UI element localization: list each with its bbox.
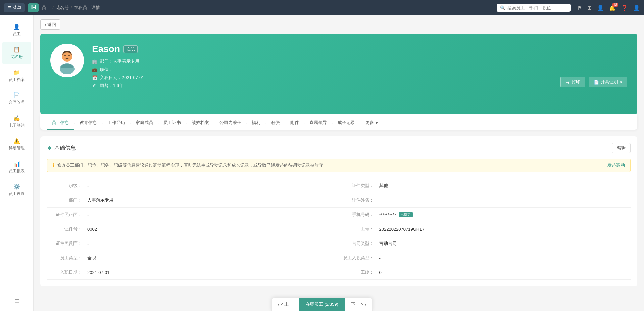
search-icon: 🔍	[500, 5, 505, 10]
field-employee-type: 员工类型： 全职	[47, 251, 339, 265]
phone-value: **********	[379, 212, 396, 217]
tab-salary[interactable]: 薪资	[266, 116, 285, 130]
current-page: 在职员工 (2/359)	[299, 298, 345, 311]
print-icon: 🖨	[565, 80, 570, 85]
tab-work-history[interactable]: 工作经历	[103, 116, 130, 130]
edit-button[interactable]: 编辑	[612, 143, 631, 153]
sidebar: 👤 员工 📋 花名册 📁 员工档案 📄 合同管理 ✍️ 电子签约 ⚠️ 异动管理…	[0, 15, 34, 311]
tab-employee-info[interactable]: 员工信息	[47, 116, 74, 130]
next-icon: ›	[365, 302, 366, 307]
warning-content: ℹ 修改员工部门、职位、职务、职级等信息建议通过调动流程实现，否则无法生成异动记…	[53, 162, 323, 168]
field-onboard-type: 员工入职类型： -	[339, 251, 631, 265]
tab-navigation: 员工信息 · 教育信息 · 工作经历 · 家庭成员 · 员工证书 ·	[40, 114, 637, 130]
edit-label: 编辑	[617, 145, 626, 150]
tab-welfare[interactable]: 福利	[247, 116, 265, 130]
profile-department: 🏢 部门：人事演示专用	[92, 58, 627, 64]
avatar	[50, 44, 84, 77]
prev-button[interactable]: ‹ < 上一	[272, 298, 299, 311]
sidebar-item-settings[interactable]: ⚙️ 员工设置	[2, 179, 31, 201]
section-title: ❖ 基础信息	[47, 145, 76, 152]
warning-banner: ℹ 修改员工部门、职位、职务、职级等信息建议通过调动流程实现，否则无法生成异动记…	[47, 159, 631, 172]
cert-dropdown-icon: ▾	[620, 80, 622, 85]
cert-button[interactable]: 📄 开具证明 ▾	[589, 77, 627, 87]
search-box: 🔍	[497, 4, 571, 12]
tab-list: 员工信息 · 教育信息 · 工作经历 · 家庭成员 · 员工证书 ·	[47, 114, 631, 130]
field-contract-type: 合同类型： 劳动合同	[339, 236, 631, 251]
roster-icon: 📋	[13, 46, 20, 53]
menu-label: 菜单	[13, 5, 21, 11]
profile-tenure: ⏱ 司龄：1.6年	[92, 83, 627, 89]
report-icon: 📊	[13, 161, 20, 167]
back-button[interactable]: ‹ 返回	[40, 19, 60, 30]
tab-attachments[interactable]: 附件	[286, 116, 304, 130]
back-bar: ‹ 返回	[34, 15, 644, 34]
breadcrumb-sep-2: /	[71, 5, 72, 10]
sidebar-item-contract[interactable]: 📄 合同管理	[2, 88, 31, 109]
sidebar-item-anomaly[interactable]: ⚠️ 异动管理	[2, 134, 31, 155]
search-input[interactable]	[507, 5, 567, 10]
date-icon: 📅	[92, 75, 97, 80]
sidebar-label-report: 员工报表	[9, 168, 25, 174]
settings-icon: ⚙️	[13, 183, 20, 190]
sidebar-item-employee[interactable]: 👤 员工	[2, 19, 31, 41]
sidebar-item-report[interactable]: 📊 员工报表	[2, 157, 31, 178]
field-id-front: 证件照正面： -	[47, 208, 339, 222]
sidebar-label-contract: 合同管理	[9, 100, 25, 105]
bell-icon[interactable]: 🔔 18	[609, 5, 616, 11]
contract-icon: 📄	[13, 92, 20, 98]
breadcrumb-item-2[interactable]: 花名册	[56, 5, 69, 11]
field-phone: 手机号码： ********** 已绑定	[339, 208, 631, 222]
profile-header: Eason 在职 🏢 部门：人事演示专用 💼 职位：-- 📅 入职日期：2021…	[40, 34, 637, 114]
sidebar-label-anomaly: 异动管理	[9, 145, 25, 151]
tab-education[interactable]: 教育信息	[75, 116, 102, 130]
tab-certificates[interactable]: 员工证书	[159, 116, 186, 130]
field-department: 部门： 人事演示专用	[47, 193, 339, 208]
anomaly-icon: ⚠️	[13, 138, 20, 144]
print-button[interactable]: 🖨 打印	[560, 77, 585, 87]
field-work-age: 工龄： 0	[339, 265, 631, 280]
menu-icon: ☰	[7, 5, 11, 10]
verified-badge: 已绑定	[399, 212, 413, 217]
employee-icon: 👤	[13, 24, 20, 30]
profile-icon[interactable]: 👤	[633, 5, 640, 11]
svg-point-3	[64, 55, 66, 56]
menu-button[interactable]: ☰ 菜单	[4, 3, 25, 12]
form-right-column: 证件类型： 其他 证件姓名： - 手机号码： ********** 已绑定	[339, 179, 631, 280]
prev-icon: ‹	[278, 302, 279, 307]
form-left-column: 职级： - 部门： 人事演示专用 证件照正面： - 证件号：	[47, 179, 339, 280]
back-icon: ‹	[45, 22, 46, 27]
top-navigation: ☰ 菜单 iH 员工 / 花名册 / 在职员工详情 🔍 ⚑ ⊞ 👤 🔔 18 ❓…	[0, 0, 644, 15]
sidebar-item-roster[interactable]: 📋 花名册	[2, 42, 31, 64]
print-label: 打印	[572, 79, 580, 85]
help-icon[interactable]: ❓	[621, 5, 628, 11]
nav-icons: ⚑ ⊞ 👤 🔔 18 ❓ 👤	[577, 5, 640, 11]
field-hire-date: 入职日期： 2021-07-01	[47, 265, 339, 280]
tab-performance[interactable]: 绩效档案	[187, 116, 214, 130]
status-badge: 在职	[123, 45, 138, 53]
tab-growth[interactable]: 成长记录	[333, 116, 360, 130]
prev-label: < 上一	[281, 301, 293, 307]
sidebar-item-esign[interactable]: ✍️ 电子签约	[2, 111, 31, 132]
warning-message: 修改员工部门、职位、职务、职级等信息建议通过调动流程实现，否则无法生成异动记录和…	[57, 162, 323, 168]
flag-icon[interactable]: ⚑	[577, 5, 582, 11]
next-button[interactable]: 下一 > ›	[345, 298, 373, 311]
svg-point-4	[68, 55, 70, 56]
tab-supervisor[interactable]: 直属领导	[305, 116, 332, 130]
profile-hiredate: 📅 入职日期：2021-07-01	[92, 75, 627, 81]
pagination-bar: ‹ < 上一 在职员工 (2/359) 下一 > ›	[271, 298, 373, 311]
back-label: 返回	[47, 21, 56, 28]
tab-family[interactable]: 家庭成员	[131, 116, 158, 130]
collapse-icon[interactable]: ☰	[14, 298, 19, 304]
tab-more[interactable]: 更多 ▾	[361, 116, 383, 130]
tab-concurrent[interactable]: 公司内兼任	[215, 116, 246, 130]
initiate-transfer-link[interactable]: 发起调动	[607, 162, 625, 168]
notification-badge: 18	[612, 3, 618, 7]
basic-info-section: ❖ 基础信息 编辑 ℹ 修改员工部门、职位、职务、职级等信息建议通过调动流程实现…	[40, 136, 637, 286]
field-id-number: 证件号： 0002	[47, 222, 339, 236]
breadcrumb-item-1[interactable]: 员工	[42, 5, 50, 11]
sidebar-item-archive[interactable]: 📁 员工档案	[2, 65, 31, 87]
user-icon[interactable]: 👤	[597, 5, 604, 11]
section-title-icon: ❖	[47, 145, 52, 151]
content-area: ❖ 基础信息 编辑 ℹ 修改员工部门、职位、职务、职级等信息建议通过调动流程实现…	[34, 130, 644, 299]
grid-icon[interactable]: ⊞	[587, 5, 592, 11]
